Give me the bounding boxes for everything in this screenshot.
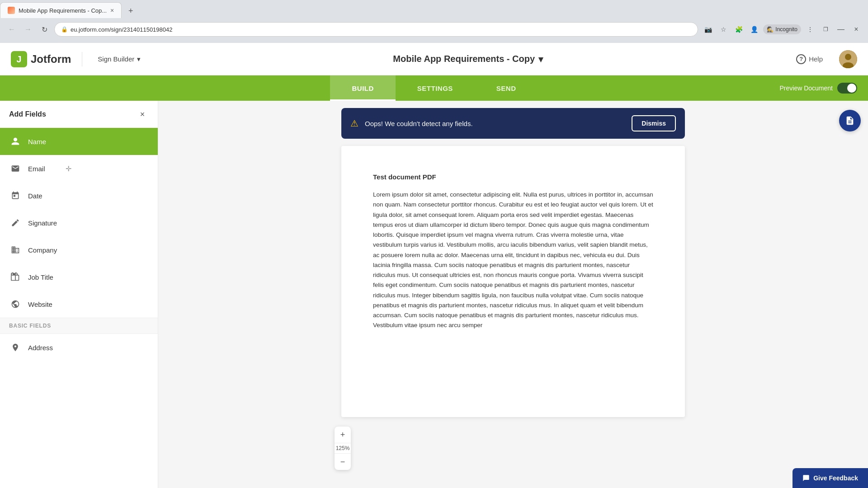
sign-builder-btn[interactable]: Sign Builder ▾ xyxy=(93,52,145,66)
sidebar-title: Add Fields xyxy=(9,110,46,118)
address-text: eu.jotform.com/sign/231401150198042 xyxy=(71,26,173,33)
tab-close-btn[interactable]: × xyxy=(110,7,114,14)
field-item-email[interactable]: Email ✛ xyxy=(0,155,158,182)
sidebar-header: Add Fields × xyxy=(0,101,158,128)
alert-banner: ⚠ Oops! We couldn't detect any fields. D… xyxy=(341,108,685,139)
field-icon-date xyxy=(9,189,22,202)
document-float-btn[interactable] xyxy=(839,110,861,131)
basic-fields-section-label: BASIC FIELDS xyxy=(0,318,158,334)
logo-icon: J xyxy=(11,51,27,67)
help-icon: ? xyxy=(796,54,806,64)
field-item-company[interactable]: Company xyxy=(0,236,158,263)
document-body: Lorem ipsum dolor sit amet, consectetur … xyxy=(373,190,653,331)
field-label-website: Website xyxy=(28,300,52,308)
lock-icon: 🔒 xyxy=(61,26,68,33)
tab-favicon xyxy=(8,7,15,14)
tab-build[interactable]: BUILD xyxy=(330,75,395,101)
header-divider xyxy=(82,52,82,66)
field-label-name: Name xyxy=(28,138,46,145)
sidebar: Add Fields × Name Email ✛ xyxy=(0,101,158,488)
field-icon-name xyxy=(9,135,22,148)
incognito-badge: 🕵 Incognito xyxy=(763,24,801,34)
tab-send-label: SEND xyxy=(496,84,516,92)
logo[interactable]: J Jotform xyxy=(11,51,71,67)
minimize-btn[interactable]: — xyxy=(835,23,847,36)
help-btn[interactable]: ? Help xyxy=(791,52,828,67)
tab-title: Mobile App Requirements - Cop... xyxy=(19,7,107,14)
incognito-icon: 🕵 xyxy=(767,26,774,33)
alert-icon: ⚠ xyxy=(350,118,359,129)
address-bar[interactable]: 🔒 eu.jotform.com/sign/231401150198042 xyxy=(54,22,698,37)
avatar-image xyxy=(839,50,857,68)
new-tab-btn[interactable]: + xyxy=(123,4,138,18)
field-item-signature[interactable]: Signature xyxy=(0,209,158,236)
tab-send[interactable]: SEND xyxy=(475,75,538,101)
nav-back-btn[interactable]: ← xyxy=(5,23,18,36)
user-avatar[interactable] xyxy=(839,50,857,68)
nav-forward-btn[interactable]: → xyxy=(22,23,34,36)
zoom-in-btn[interactable]: + xyxy=(335,427,351,443)
sign-builder-label: Sign Builder xyxy=(98,55,134,63)
tab-settings[interactable]: SETTINGS xyxy=(396,75,475,101)
document-paper: Test document PDF Lorem ipsum dolor sit … xyxy=(341,146,685,417)
zoom-out-btn[interactable]: − xyxy=(335,454,351,470)
give-feedback-btn[interactable]: Give Feedback xyxy=(793,468,868,488)
document-area: ⚠ Oops! We couldn't detect any fields. D… xyxy=(158,101,868,488)
camera-off-icon[interactable]: 📷 xyxy=(702,23,714,36)
field-label-company: Company xyxy=(28,246,57,254)
help-label: Help xyxy=(809,55,823,63)
field-item-job-title[interactable]: Job Title xyxy=(0,263,158,291)
app-header: J Jotform Sign Builder ▾ Mobile App Requ… xyxy=(0,43,868,75)
browser-nav-bar: ← → ↻ 🔒 eu.jotform.com/sign/231401150198… xyxy=(0,18,868,41)
dismiss-btn[interactable]: Dismiss xyxy=(632,115,676,131)
svg-text:J: J xyxy=(16,54,21,64)
app-title-text[interactable]: Mobile App Requirements - Copy ▾ xyxy=(393,54,543,65)
field-item-date[interactable]: Date xyxy=(0,182,158,209)
browser-menu-btn[interactable]: ⋮ xyxy=(804,23,816,36)
sidebar-close-btn[interactable]: × xyxy=(136,108,149,121)
sign-builder-chevron: ▾ xyxy=(137,55,141,63)
app-title-label: Mobile App Requirements - Copy xyxy=(393,54,535,64)
field-label-signature: Signature xyxy=(28,219,57,227)
close-window-btn[interactable]: × xyxy=(850,23,863,36)
field-icon-website xyxy=(9,298,22,310)
logo-text: Jotform xyxy=(31,53,71,66)
field-icon-company xyxy=(9,244,22,256)
restore-window-btn[interactable]: ❐ xyxy=(819,23,832,36)
field-item-name[interactable]: Name xyxy=(0,128,158,155)
browser-chrome: Mobile App Requirements - Cop... × + ← →… xyxy=(0,0,868,43)
main-content: Add Fields × Name Email ✛ xyxy=(0,101,868,488)
field-icon-job-title xyxy=(9,271,22,283)
bookmark-icon[interactable]: ☆ xyxy=(717,23,730,36)
give-feedback-label: Give Feedback xyxy=(813,474,858,482)
browser-nav-icons: 📷 ☆ 🧩 👤 🕵 Incognito ⋮ ❐ — × xyxy=(702,23,863,36)
move-cursor-icon: ✛ xyxy=(66,164,71,173)
document-title: Test document PDF xyxy=(373,173,653,181)
svg-point-3 xyxy=(845,54,851,60)
preview-toggle-switch[interactable] xyxy=(837,83,857,94)
tab-bar: BUILD SETTINGS SEND Preview Document xyxy=(0,75,868,101)
feedback-icon xyxy=(802,474,810,482)
field-icon-signature xyxy=(9,216,22,229)
browser-tabs: Mobile App Requirements - Cop... × + xyxy=(0,0,868,18)
alert-message: Oops! We couldn't detect any fields. xyxy=(365,120,625,127)
zoom-controls: + 125% − xyxy=(335,427,351,470)
field-label-address: Address xyxy=(28,344,53,352)
field-icon-email xyxy=(9,162,22,175)
field-label-date: Date xyxy=(28,192,42,200)
preview-doc-toggle[interactable]: Preview Document xyxy=(780,83,858,94)
app: J Jotform Sign Builder ▾ Mobile App Requ… xyxy=(0,43,868,488)
preview-doc-label: Preview Document xyxy=(780,84,833,92)
tab-build-label: BUILD xyxy=(352,84,373,92)
app-title: Mobile App Requirements - Copy ▾ xyxy=(156,54,780,65)
field-item-website[interactable]: Website xyxy=(0,291,158,318)
field-label-email: Email xyxy=(28,165,45,173)
field-item-address[interactable]: Address xyxy=(0,334,158,361)
browser-tab-active[interactable]: Mobile App Requirements - Cop... × xyxy=(0,2,122,18)
incognito-label: Incognito xyxy=(775,26,797,33)
field-label-job-title: Job Title xyxy=(28,273,53,281)
nav-reload-btn[interactable]: ↻ xyxy=(38,23,51,36)
extensions-icon[interactable]: 🧩 xyxy=(732,23,745,36)
profile-icon[interactable]: 👤 xyxy=(748,23,760,36)
tab-settings-label: SETTINGS xyxy=(417,84,453,92)
